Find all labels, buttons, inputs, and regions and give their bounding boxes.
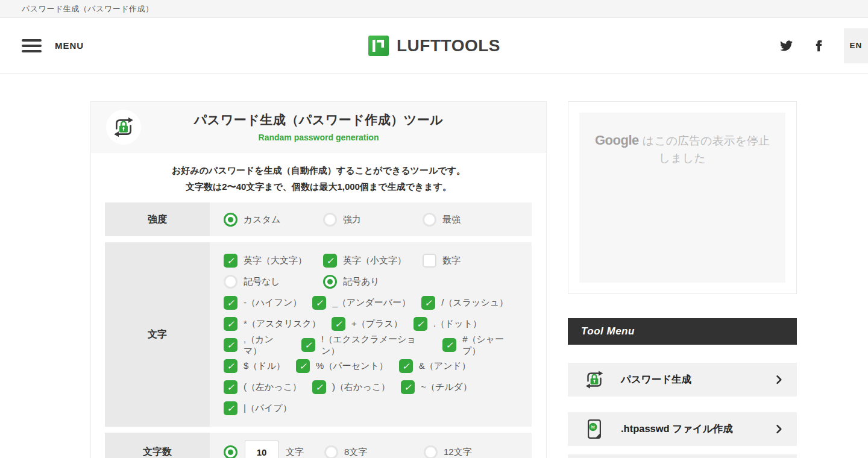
checkbox-slash[interactable]: /（スラッシュ） — [421, 296, 508, 310]
radio-unselected-icon[interactable] — [323, 213, 337, 227]
description-line: 文字数は2〜40文字まで、個数は最大1,000個まで生成できます。 — [97, 179, 540, 195]
checkbox-exclamation[interactable]: !（エクスクラメーション） — [301, 334, 432, 357]
checkbox-checked-icon[interactable] — [323, 254, 337, 268]
radio-selected-icon[interactable] — [224, 213, 237, 227]
characters-options: 英字（大文字） 英字（小文字） 数字 — [210, 242, 532, 427]
char-line-symbols-2: *（アスタリスク） +（プラス） .（ドット） — [224, 313, 532, 334]
radio-label: 12文字 — [444, 447, 472, 458]
radio-unselected-icon[interactable] — [423, 213, 436, 227]
facebook-icon[interactable] — [813, 40, 825, 51]
radio-symbols-off[interactable]: 記号なし — [224, 275, 323, 289]
google-brand-text: Google — [595, 133, 639, 148]
checkbox-ampersand[interactable]: &（アンド） — [399, 359, 471, 373]
radio-label: 記号なし — [244, 276, 280, 287]
checkbox-label: ~（チルダ） — [421, 381, 472, 393]
checkbox-label: %（パーセント） — [316, 360, 388, 372]
radio-label: カスタム — [244, 214, 280, 225]
language-switch-button[interactable]: EN — [844, 28, 868, 63]
checkbox-label: /（スラッシュ） — [441, 297, 508, 309]
length-options: 文字 8文字 12文字 — [210, 433, 532, 458]
checkbox-checked-icon[interactable] — [399, 359, 413, 373]
checkbox-checked-icon[interactable] — [296, 359, 310, 373]
checkbox-label: )（右かっこ） — [332, 381, 390, 393]
checkbox-label: +（プラス） — [351, 318, 403, 330]
checkbox-checked-icon[interactable] — [401, 380, 415, 394]
radio-unselected-icon[interactable] — [224, 275, 237, 289]
checkbox-checked-icon[interactable] — [224, 296, 237, 310]
tool-menu-item-partial[interactable] — [568, 454, 797, 458]
radio-symbols-on[interactable]: 記号あり — [323, 275, 423, 289]
checkbox-checked-icon[interactable] — [224, 401, 237, 415]
ad-card: Googleはこの広告の表示を停止しました — [568, 101, 797, 294]
radio-length-custom[interactable] — [224, 445, 237, 458]
twitter-icon[interactable] — [780, 39, 793, 52]
checkbox-checked-icon[interactable] — [224, 254, 237, 268]
char-line-symbols-4: $（ドル） %（パーセント） &（アンド） — [224, 356, 532, 377]
checkbox-dollar[interactable]: $（ドル） — [224, 359, 285, 373]
menu-button[interactable]: MENU — [22, 39, 84, 52]
radio-label: 8文字 — [344, 447, 367, 458]
checkbox-checked-icon[interactable] — [414, 317, 427, 331]
radio-unselected-icon[interactable] — [324, 445, 338, 458]
radio-strength-strong[interactable]: 強力 — [323, 213, 423, 227]
page-subtitle: Randam password generation — [259, 133, 379, 142]
checkbox-checked-icon[interactable] — [442, 338, 456, 352]
checkbox-pipe[interactable]: |（パイプ） — [224, 401, 292, 415]
strength-row: 強度 カスタム 強力 最強 — [105, 202, 532, 236]
checkbox-percent[interactable]: %（パーセント） — [296, 359, 388, 373]
checkbox-lowercase[interactable]: 英字（小文字） — [323, 254, 423, 268]
checkbox-right-paren[interactable]: )（右かっこ） — [312, 380, 390, 394]
tool-menu-item-htpasswd[interactable]: ht .htpasswd ファイル作成 — [568, 412, 797, 446]
checkbox-checked-icon[interactable] — [332, 317, 345, 331]
checkbox-label: _（アンダーバー） — [332, 297, 410, 309]
checkbox-asterisk[interactable]: *（アスタリスク） — [224, 317, 321, 331]
checkbox-checked-icon[interactable] — [421, 296, 435, 310]
checkbox-label: &（アンド） — [419, 360, 471, 372]
checkbox-underscore[interactable]: _（アンダーバー） — [312, 296, 410, 310]
checkbox-label: 数字 — [442, 255, 461, 266]
checkbox-sharp[interactable]: #（シャープ） — [442, 334, 521, 357]
checkbox-checked-icon[interactable] — [224, 338, 237, 352]
checkbox-label: !（エクスクラメーション） — [321, 334, 432, 357]
checkbox-digits[interactable]: 数字 — [423, 254, 522, 268]
checkbox-plus[interactable]: +（プラス） — [332, 317, 403, 331]
radio-selected-icon[interactable] — [224, 445, 237, 458]
strength-options: カスタム 強力 最強 — [210, 202, 532, 236]
checkbox-hyphen[interactable]: -（ハイフン） — [224, 296, 301, 310]
radio-length-8[interactable]: 8文字 — [324, 445, 424, 458]
site-logo[interactable]: LUFTTOOLS — [368, 35, 500, 57]
page-title: パスワード生成（パスワード作成）ツール — [194, 111, 443, 128]
checkbox-left-paren[interactable]: (（左かっこ） — [224, 380, 301, 394]
tool-menu-item-password[interactable]: パスワード生成 — [568, 363, 797, 397]
char-line-symbols-5: (（左かっこ） )（右かっこ） ~（チルダ） — [224, 377, 532, 398]
radio-strength-custom[interactable]: カスタム — [224, 213, 323, 227]
radio-unselected-icon[interactable] — [424, 445, 438, 458]
checkbox-checked-icon[interactable] — [224, 359, 237, 373]
chevron-right-icon — [773, 374, 785, 386]
checkbox-tilde[interactable]: ~（チルダ） — [401, 380, 472, 394]
radio-label: 記号あり — [343, 276, 380, 287]
char-line-symbols-3: ,（カンマ） !（エクスクラメーション） #（シャープ） — [224, 334, 532, 356]
checkbox-checked-icon[interactable] — [301, 338, 315, 352]
checkbox-label: #（シャープ） — [462, 334, 521, 357]
tool-menu-item-label: .htpasswd ファイル作成 — [621, 422, 733, 436]
password-cycle-lock-icon — [583, 369, 605, 391]
checkbox-unchecked-icon[interactable] — [423, 254, 436, 268]
checkbox-dot[interactable]: .（ドット） — [414, 317, 482, 331]
svg-text:ht: ht — [591, 425, 596, 429]
radio-strength-strongest[interactable]: 最強 — [423, 213, 522, 227]
checkbox-uppercase[interactable]: 英字（大文字） — [224, 254, 323, 268]
radio-length-12[interactable]: 12文字 — [424, 445, 523, 458]
radio-label: 最強 — [442, 214, 461, 225]
lufttools-logo-icon — [368, 35, 389, 57]
checkbox-checked-icon[interactable] — [224, 380, 237, 394]
password-cycle-lock-icon — [106, 110, 141, 145]
checkbox-checked-icon[interactable] — [312, 380, 326, 394]
radio-selected-icon[interactable] — [323, 275, 337, 289]
length-input[interactable] — [245, 441, 278, 458]
checkbox-checked-icon[interactable] — [224, 317, 237, 331]
checkbox-comma[interactable]: ,（カンマ） — [224, 334, 291, 357]
strength-row-label: 強度 — [105, 202, 210, 236]
checkbox-label: ,（カンマ） — [244, 334, 291, 357]
checkbox-checked-icon[interactable] — [312, 296, 326, 310]
